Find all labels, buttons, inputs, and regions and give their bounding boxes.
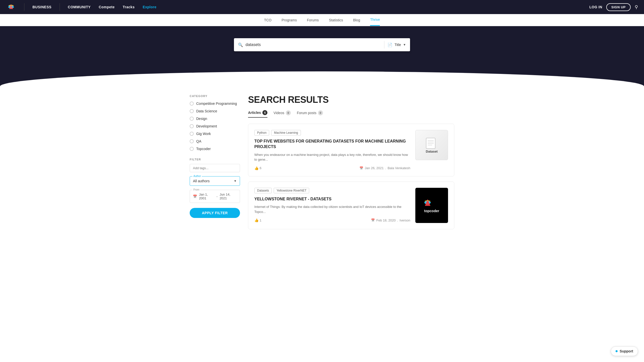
filter-label: Title [394, 43, 401, 47]
nav-right-area: LOG IN SIGN UP ⚲ [589, 3, 638, 11]
tab-videos[interactable]: Videos 0 [273, 110, 291, 118]
tab-forum-posts-label: Forum posts [297, 111, 316, 115]
like-count-2: 1 [260, 218, 261, 222]
article-excerpt-2: Internet of Things: By making the data c… [254, 204, 410, 214]
article-date-1: Jan 26, 2021 [365, 166, 384, 170]
article-title-2[interactable]: YELLOWSTONE RIVERNET - DATASETS [254, 196, 410, 202]
article-likes-1[interactable]: 👍 6 [254, 166, 261, 170]
main-content: CATEGORY Competitive Programming Data Sc… [184, 86, 460, 242]
date-from: Jan 1, 2001 [199, 193, 215, 200]
article-card-2: Datasets Yellowstone RiverNET YELLOWSTON… [248, 182, 454, 229]
topcoder-logo-svg [423, 198, 440, 207]
sub-navigation: TCO Programs Forums Statistics Blog Thri… [0, 14, 644, 26]
topcoder-text: topcoder [424, 209, 439, 213]
category-development[interactable]: Development [190, 124, 240, 128]
radio-qa[interactable] [190, 139, 194, 143]
article-thumbnail-2: topcoder [415, 188, 448, 223]
category-competitive-programming[interactable]: Competitive Programming [190, 102, 240, 106]
date-range-content: 📅 Jan 1, 2001 - Jun 14, 2021 [193, 193, 237, 200]
category-data-science[interactable]: Data Science [190, 109, 240, 113]
signup-button[interactable]: SIGN UP [606, 3, 631, 11]
subnav-blog[interactable]: Blog [353, 15, 360, 26]
results-title: SEARCH RESULTS [248, 95, 454, 105]
tab-forum-posts[interactable]: Forum posts 0 [297, 110, 323, 118]
author-label: Author [192, 175, 202, 177]
radio-data-science[interactable] [190, 109, 194, 113]
subnav-thrive[interactable]: Thrive [370, 14, 380, 26]
search-filter-dropdown[interactable]: 📄 Title ▼ [387, 42, 406, 47]
article-tag-ml[interactable]: Machine Learning [271, 130, 301, 135]
article-content-1: Python Machine Learning TOP FIVE WEBSITE… [254, 130, 410, 170]
search-divider [384, 41, 384, 49]
nav-divider-2 [60, 3, 60, 11]
svg-rect-1 [426, 138, 435, 149]
author-dropdown[interactable]: Author All authors ▼ [190, 176, 240, 186]
article-date-2: Feb 18, 2020 [376, 218, 396, 222]
article-date-author-1: 📅 Jan 26, 2021 . Bala Venkatesh [359, 166, 410, 170]
wave-separator [0, 71, 644, 86]
tab-forum-posts-count: 0 [318, 110, 323, 115]
search-input[interactable] [246, 42, 381, 47]
calendar-icon-2: 📅 [371, 218, 375, 222]
nav-tracks[interactable]: Tracks [119, 5, 139, 9]
category-label-data-science: Data Science [196, 109, 217, 113]
hero-search-container: 🔍 📄 Title ▼ [0, 38, 644, 51]
article-meta-1: 👍 6 📅 Jan 26, 2021 . Bala Venkatesh [254, 166, 410, 170]
hero-search-icon: 🔍 [238, 42, 243, 47]
dataset-label: Dataset [426, 150, 438, 153]
filter-arrow-icon: ▼ [403, 43, 406, 47]
nav-compete[interactable]: Compete [95, 5, 118, 9]
apply-filter-button[interactable]: APPLY FILTER [190, 208, 240, 218]
category-label-competitive-programming: Competitive Programming [196, 102, 237, 106]
article-tag-yellowstone[interactable]: Yellowstone RiverNET [274, 188, 309, 193]
category-label-topcoder: Topcoder [196, 147, 211, 151]
category-label-qa: QA [196, 139, 201, 143]
like-icon-1: 👍 [254, 166, 259, 170]
article-excerpt-1: When you endeavour on a machine learning… [254, 152, 410, 162]
nav-divider-1 [24, 3, 24, 11]
author-chevron-icon: ▼ [234, 179, 237, 183]
radio-competitive-programming[interactable] [190, 102, 194, 106]
article-tag-python[interactable]: Python [254, 130, 269, 135]
results-section: SEARCH RESULTS Articles 6 Videos 0 Forum… [248, 95, 454, 234]
filter-section: FILTER Author All authors ▼ From 📅 Jan 1… [190, 158, 240, 218]
article-card-1: Python Machine Learning TOP FIVE WEBSITE… [248, 124, 454, 176]
radio-gig-work[interactable] [190, 132, 194, 136]
date-range-filter[interactable]: From 📅 Jan 1, 2001 - Jun 14, 2021 [190, 190, 240, 203]
search-icon[interactable]: ⚲ [635, 4, 638, 10]
radio-design[interactable] [190, 117, 194, 121]
date-to: Jun 14, 2021 [220, 193, 237, 200]
radio-development[interactable] [190, 124, 194, 128]
nav-explore[interactable]: Explore [139, 5, 160, 9]
category-gig-work[interactable]: Gig Work [190, 132, 240, 136]
article-tags-2: Datasets Yellowstone RiverNET [254, 188, 410, 193]
nav-community[interactable]: COMMUNITY [64, 5, 95, 9]
like-count-1: 6 [260, 166, 261, 170]
subnav-tco[interactable]: TCO [264, 15, 272, 26]
tags-input[interactable] [190, 164, 240, 172]
article-tag-datasets[interactable]: Datasets [254, 188, 272, 193]
category-design[interactable]: Design [190, 117, 240, 121]
like-icon-2: 👍 [254, 218, 259, 222]
topcoder-logo-icon [6, 2, 16, 12]
tab-articles[interactable]: Articles 6 [248, 110, 267, 118]
tab-articles-label: Articles [248, 111, 261, 115]
category-qa[interactable]: QA [190, 139, 240, 143]
category-topcoder[interactable]: Topcoder [190, 147, 240, 151]
login-button[interactable]: LOG IN [589, 5, 602, 9]
radio-topcoder[interactable] [190, 147, 194, 151]
nav-business[interactable]: BUSINESS [28, 5, 56, 9]
tab-videos-label: Videos [273, 111, 284, 115]
subnav-forums[interactable]: Forums [307, 15, 319, 26]
category-label-development: Development [196, 124, 217, 128]
results-tabs: Articles 6 Videos 0 Forum posts 0 [248, 110, 454, 118]
article-likes-2[interactable]: 👍 1 [254, 218, 261, 222]
article-tags-1: Python Machine Learning [254, 130, 410, 135]
article-meta-2: 👍 1 📅 Feb 18, 2020 . Iverson [254, 218, 410, 222]
hero-section: 🔍 📄 Title ▼ [0, 26, 644, 71]
subnav-programs[interactable]: Programs [281, 15, 297, 26]
subnav-statistics[interactable]: Statistics [329, 15, 343, 26]
sidebar: CATEGORY Competitive Programming Data Sc… [190, 95, 240, 234]
logo-area[interactable] [6, 2, 16, 12]
article-title-1[interactable]: TOP FIVE WEBSITES FOR GENERATING DATASET… [254, 139, 410, 150]
